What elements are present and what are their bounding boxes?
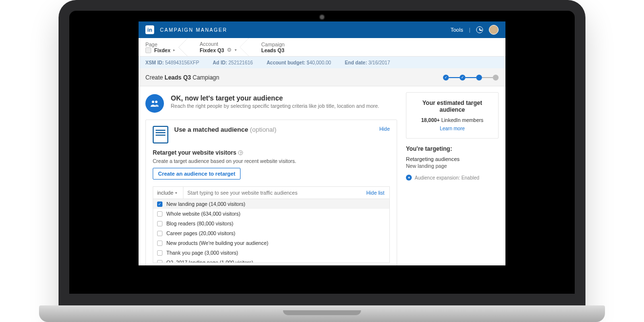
- audience-label: New products (We're building your audien…: [166, 240, 268, 246]
- crumb-account[interactable]: Account Fixdex Q3⚙▾: [200, 41, 249, 53]
- audience-row[interactable]: Thank you page (3,000 visitors): [153, 248, 389, 258]
- audience-row[interactable]: Q2_2017 landing page (1,000 visitors): [153, 258, 389, 262]
- linkedin-logo-icon: in: [145, 25, 154, 34]
- step-4: [493, 75, 499, 80]
- section-description: Reach the right people by selecting spec…: [171, 103, 379, 109]
- create-audience-button[interactable]: Create an audience to retarget: [153, 168, 241, 180]
- audience-row[interactable]: Career pages (20,000 visitors): [153, 228, 389, 238]
- step-3-current: [476, 75, 482, 80]
- section-heading: OK, now let's target your audience: [171, 94, 379, 102]
- audience-checkbox[interactable]: [157, 211, 162, 217]
- audiences-table: include▾ Hide list New landing page (14,…: [153, 186, 390, 263]
- info-strip: XSM ID: 548943156XFP Ad ID: 252121616 Ac…: [139, 57, 505, 68]
- chevron-right-icon: ▸: [173, 48, 175, 52]
- targeting-heading: You're targeting:: [406, 145, 499, 152]
- panel-title: Use a matched audience (optional): [174, 126, 277, 133]
- audience-search-input[interactable]: [183, 187, 362, 199]
- retarget-desc: Create a target audience based on your r…: [153, 158, 390, 164]
- people-icon: [145, 94, 164, 113]
- audience-label: Thank you page (3,000 visitors): [166, 250, 238, 256]
- step-1: [443, 75, 449, 80]
- svg-point-1: [155, 101, 158, 103]
- targeting-line-1: Retargeting audiences: [406, 156, 499, 162]
- audience-checkbox[interactable]: [157, 241, 162, 246]
- audience-row[interactable]: Blog readers (80,000 visitors): [153, 219, 389, 228]
- estimate-card: Your estimated target audience 18,000+ L…: [406, 92, 499, 139]
- breadcrumb: Page Fixdex▸ Account Fixdex Q3⚙▾ Campaig…: [139, 38, 505, 57]
- expansion-icon: ✶: [406, 175, 412, 181]
- laptop-base: [39, 305, 605, 322]
- app-title: CAMPAIGN MANAGER: [160, 27, 227, 33]
- audience-checkbox[interactable]: [157, 231, 162, 236]
- page-icon: [145, 47, 151, 53]
- audience-checkbox[interactable]: [157, 250, 162, 256]
- audience-expansion-status: ✶ Audience expansion: Enabled: [406, 175, 499, 181]
- audience-label: Career pages (20,000 visitors): [166, 230, 235, 236]
- audience-label: Whole website (634,000 visitors): [166, 211, 241, 217]
- info-icon[interactable]: ?: [238, 150, 243, 155]
- hide-panel-link[interactable]: Hide: [379, 126, 390, 132]
- progress-stepper: [443, 75, 499, 80]
- svg-point-0: [152, 101, 154, 103]
- hide-list-link[interactable]: Hide list: [362, 187, 389, 199]
- crumb-page[interactable]: Page Fixdex▸: [145, 41, 188, 53]
- learn-more-link[interactable]: Learn more: [440, 126, 464, 131]
- audience-row[interactable]: Whole website (634,000 visitors): [153, 209, 389, 219]
- audience-checkbox[interactable]: [157, 201, 162, 207]
- chevron-down-icon: ▾: [235, 48, 237, 52]
- divider: |: [469, 27, 470, 33]
- targeting-line-2: New landing page: [406, 163, 499, 169]
- include-dropdown[interactable]: include▾: [153, 187, 183, 199]
- audience-checkbox[interactable]: [157, 221, 162, 226]
- audience-checkbox[interactable]: [157, 260, 162, 263]
- laptop-camera: [320, 15, 324, 19]
- app-viewport: in CAMPAIGN MANAGER Tools | Page Fixdex▸…: [139, 21, 505, 265]
- audience-row[interactable]: New products (We're building your audien…: [153, 238, 389, 248]
- page-title: Create Leads Q3 Campiagn: [145, 74, 219, 81]
- audience-label: Blog readers (80,000 visitors): [166, 221, 233, 226]
- global-header: in CAMPAIGN MANAGER Tools |: [139, 21, 505, 38]
- avatar[interactable]: [489, 25, 499, 35]
- audience-row[interactable]: New landing page (14,000 visitors): [153, 199, 389, 209]
- chevron-down-icon: ▾: [175, 191, 177, 195]
- step-2: [460, 75, 465, 80]
- audience-label: Q2_2017 landing page (1,000 visitors): [166, 260, 253, 262]
- retarget-title: Retarget your website visitors ?: [153, 149, 390, 156]
- crumb-campaign[interactable]: Campaign Leads Q3: [261, 41, 297, 53]
- audience-label: New landing page (14,000 visitors): [166, 201, 245, 207]
- matched-audience-panel: Use a matched audience (optional) Hide R…: [145, 120, 397, 265]
- tools-link[interactable]: Tools: [450, 27, 463, 33]
- contacts-icon: [153, 126, 168, 143]
- clock-icon[interactable]: [476, 26, 483, 33]
- gear-icon[interactable]: ⚙: [227, 47, 232, 53]
